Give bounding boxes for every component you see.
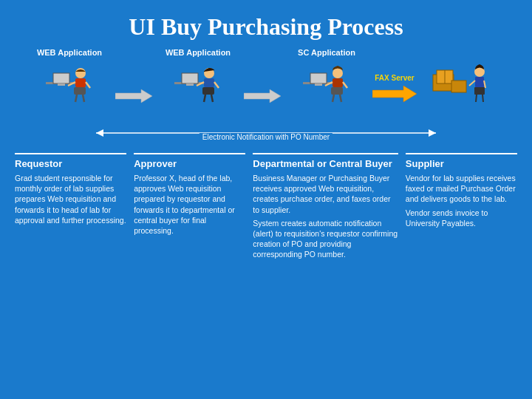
- actor-requestor: WEB Application: [25, 48, 114, 104]
- notification-row: Electronic Notification with PO Number: [15, 125, 517, 141]
- svg-rect-7: [74, 87, 86, 95]
- role-approver: Approver Professor X, head of the lab, a…: [134, 153, 245, 262]
- arrow1-svg: [115, 88, 152, 104]
- svg-line-39: [469, 81, 475, 86]
- supplier-figure: [429, 60, 496, 104]
- svg-rect-41: [474, 87, 485, 95]
- page-title: UI Buy Purchasing Process: [0, 0, 532, 48]
- role-buyer: Departmental or Central Buyer Business M…: [253, 153, 398, 262]
- role-requestor: Requestor Grad student responsible for m…: [15, 153, 126, 262]
- notification-label: Electronic Notification with PO Number: [200, 133, 332, 141]
- svg-marker-45: [96, 129, 103, 137]
- role-requestor-body: Grad student responsible for monthly ord…: [15, 173, 126, 225]
- actor3-label: SC Application: [298, 48, 355, 57]
- svg-rect-38: [475, 77, 484, 87]
- divider2: [134, 153, 245, 154]
- svg-rect-18: [202, 87, 214, 95]
- requestor-figure: [40, 60, 99, 104]
- diagram-area: WEB Application: [7, 48, 525, 141]
- arrow2-svg: [244, 88, 281, 104]
- svg-rect-4: [75, 78, 86, 87]
- svg-line-40: [484, 81, 485, 88]
- arrow2: [244, 88, 281, 104]
- arrow1: [115, 88, 152, 104]
- actor-approver: WEB Application: [154, 48, 242, 104]
- svg-line-20: [211, 95, 213, 102]
- svg-rect-13: [186, 83, 194, 86]
- divider3: [253, 153, 398, 154]
- divider1: [15, 153, 126, 154]
- divider4: [406, 153, 517, 154]
- svg-rect-12: [182, 73, 198, 83]
- svg-rect-23: [310, 73, 327, 83]
- svg-marker-46: [429, 129, 436, 137]
- svg-marker-10: [115, 89, 152, 103]
- svg-rect-26: [332, 78, 343, 87]
- role-requestor-title: Requestor: [15, 158, 126, 169]
- svg-line-30: [332, 95, 334, 102]
- role-supplier-body: Vendor for lab supplies receives faxed o…: [406, 173, 517, 228]
- approver-figure: [168, 60, 228, 104]
- role-supplier-title: Supplier: [406, 158, 517, 169]
- svg-line-28: [343, 82, 347, 88]
- svg-line-6: [86, 82, 90, 88]
- svg-line-42: [476, 95, 477, 102]
- role-approver-body: Professor X, head of the lab, approves W…: [134, 173, 245, 236]
- svg-rect-15: [204, 78, 214, 87]
- arrow3-svg: [372, 83, 417, 104]
- roles-section: Requestor Grad student responsible for m…: [0, 147, 532, 262]
- svg-rect-2: [58, 83, 65, 86]
- svg-point-25: [332, 68, 343, 78]
- role-supplier: Supplier Vendor for lab supplies receive…: [406, 153, 517, 262]
- svg-line-17: [214, 82, 219, 88]
- role-approver-title: Approver: [134, 158, 245, 169]
- role-buyer-title: Departmental or Central Buyer: [253, 158, 398, 169]
- svg-line-43: [482, 95, 483, 102]
- svg-line-8: [75, 95, 77, 102]
- svg-marker-32: [372, 86, 417, 102]
- actor1-label: WEB Application: [37, 48, 102, 57]
- role-buyer-body: Business Manager or Purchasing Buyer rec…: [253, 173, 398, 259]
- svg-line-19: [204, 95, 205, 102]
- actor2-label: WEB Application: [166, 48, 231, 57]
- arrow3: FAX Server: [372, 72, 417, 104]
- svg-rect-24: [315, 83, 322, 86]
- svg-marker-21: [244, 89, 281, 103]
- actor-buyer: SC Application: [282, 48, 371, 104]
- figures-row: WEB Application: [7, 48, 525, 125]
- svg-rect-29: [331, 87, 343, 95]
- buyer-figure: [297, 60, 356, 104]
- svg-line-9: [83, 95, 84, 102]
- svg-rect-36: [451, 81, 466, 92]
- svg-line-31: [340, 95, 341, 102]
- actor4-label: FAX Server: [375, 74, 414, 82]
- svg-rect-1: [53, 73, 69, 83]
- actor-supplier: [418, 60, 507, 104]
